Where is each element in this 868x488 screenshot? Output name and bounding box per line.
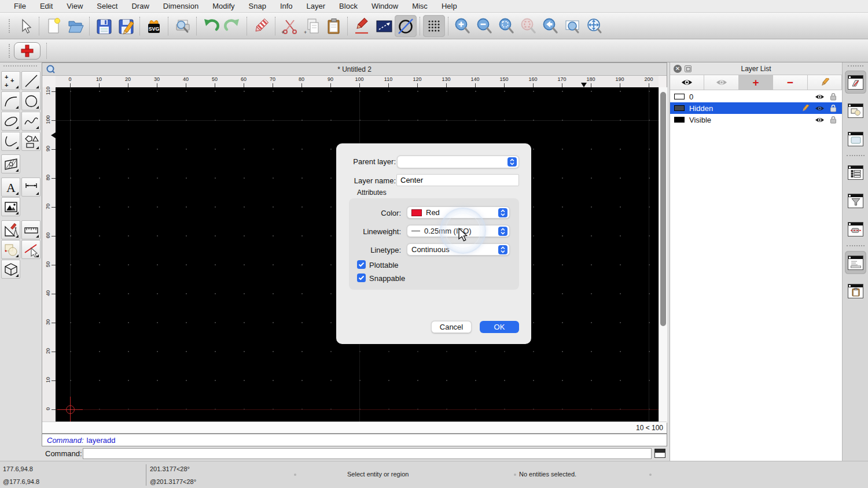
command-dock-toggle-icon[interactable] — [654, 449, 665, 458]
draft-mode-button[interactable] — [395, 15, 417, 37]
tool-draw-tools-button[interactable] — [1, 220, 20, 239]
command-input[interactable] — [83, 448, 652, 459]
canvas-scrollbar[interactable] — [659, 87, 667, 423]
menu-file[interactable]: File — [7, 2, 33, 10]
save-as-button[interactable] — [115, 15, 137, 37]
tool-snap-button[interactable] — [21, 240, 41, 259]
snappable-checkbox[interactable] — [357, 273, 366, 282]
add-layer-button[interactable]: + — [739, 75, 773, 90]
tool-shapes-button[interactable] — [21, 132, 41, 151]
tool-modify-button[interactable] — [1, 240, 20, 259]
grid-toggle-button[interactable] — [423, 15, 445, 37]
zoom-out-icon — [476, 17, 493, 35]
tool-image-button[interactable] — [1, 197, 20, 216]
selection-pointer-button[interactable] — [14, 15, 36, 37]
layer-row-hidden[interactable]: Hidden — [670, 102, 842, 114]
tool-ellipses-button[interactable] — [1, 112, 20, 131]
ok-button[interactable]: OK — [480, 321, 519, 333]
scrollbar-thumb[interactable] — [660, 92, 666, 326]
layer-visible-icon[interactable] — [815, 117, 825, 123]
dock-selection-filter-button[interactable] — [845, 189, 866, 212]
dock-pen-palette-button[interactable] — [845, 217, 866, 241]
new-document-button[interactable] — [42, 15, 64, 37]
close-icon[interactable]: ✕ — [674, 65, 682, 73]
layer-row-0[interactable]: 0 — [670, 91, 842, 102]
dock-layer-properties-button[interactable] — [845, 71, 866, 94]
menu-info[interactable]: Info — [273, 2, 300, 10]
zoom-window-button[interactable] — [561, 15, 583, 37]
meta-grid-line — [70, 87, 71, 423]
zoom-in-button[interactable] — [451, 15, 473, 37]
palette-drag-handle[interactable] — [3, 65, 37, 66]
tool-polylines-button[interactable] — [1, 132, 20, 151]
dock-block-list-button[interactable] — [845, 99, 866, 122]
layer-visible-icon[interactable] — [815, 105, 825, 112]
menu-layer[interactable]: Layer — [300, 2, 333, 10]
zoom-out-button[interactable] — [473, 15, 495, 37]
dock-layer-list-button[interactable] — [845, 161, 866, 184]
tool-hatch-button[interactable] — [1, 154, 20, 173]
cancel-button[interactable]: Cancel — [431, 321, 472, 333]
remove-layer-button[interactable]: − — [773, 75, 807, 90]
undo-button[interactable] — [200, 15, 222, 37]
tool-solids-button[interactable] — [1, 260, 20, 279]
delete-eraser-button[interactable] — [250, 15, 272, 37]
layer-lock-icon[interactable] — [830, 93, 837, 101]
distance-button[interactable] — [373, 15, 395, 37]
cut-button[interactable]: + — [278, 15, 300, 37]
tool-arcs-button[interactable] — [1, 91, 20, 110]
tool-dimensions-button[interactable] — [21, 178, 41, 197]
layer-visible-icon[interactable] — [815, 94, 825, 100]
layer-edit-pencil-icon[interactable] — [801, 105, 810, 112]
add-layer-button[interactable] — [14, 42, 41, 60]
document-titlebar[interactable]: * Untitled 2 — [42, 63, 667, 76]
tool-measure-button[interactable] — [21, 220, 41, 239]
menu-draw[interactable]: Draw — [124, 2, 156, 10]
hide-all-layers-button[interactable] — [704, 75, 738, 90]
menu-modify[interactable]: Modify — [205, 2, 241, 10]
float-panel-icon[interactable] — [685, 65, 692, 72]
redo-button[interactable] — [222, 15, 244, 37]
paste-button[interactable] — [322, 15, 344, 37]
tool-circles-button[interactable] — [21, 91, 41, 110]
menu-snap[interactable]: Snap — [242, 2, 273, 10]
draw-pencil-button[interactable] — [351, 15, 373, 37]
menu-view[interactable]: View — [60, 2, 90, 10]
tool-points-button[interactable]: +++ — [1, 71, 20, 90]
menu-edit[interactable]: Edit — [33, 2, 60, 10]
toolbar-drag-handle[interactable] — [9, 19, 10, 33]
relative-polar-coordinate: @201.3177<28° — [150, 478, 196, 485]
layer-lock-icon[interactable] — [830, 104, 837, 112]
export-svg-button[interactable]: SVG — [143, 15, 165, 37]
toolbar-drag-handle[interactable] — [9, 44, 10, 58]
menu-block[interactable]: Block — [332, 2, 365, 10]
tool-lines-button[interactable] — [21, 71, 41, 90]
zoom-previous-button[interactable] — [539, 15, 561, 37]
save-button[interactable] — [93, 15, 115, 37]
dock-clipboard-button[interactable] — [845, 279, 866, 302]
plottable-checkbox[interactable] — [357, 260, 366, 269]
print-preview-button[interactable] — [171, 15, 193, 37]
zoom-select-button[interactable] — [517, 15, 539, 37]
menu-misc[interactable]: Misc — [405, 2, 435, 10]
copy-button[interactable]: + — [300, 15, 322, 37]
tool-splines-button[interactable] — [21, 112, 41, 131]
layer-row-visible[interactable]: Visible — [670, 114, 842, 125]
dock-library-browser-button[interactable] — [845, 127, 866, 150]
absolute-polar-coordinate: 201.3177<28° — [150, 465, 190, 472]
tool-text-button[interactable]: A — [1, 178, 20, 197]
dock-drag-handle[interactable] — [848, 65, 863, 66]
menu-select[interactable]: Select — [90, 2, 124, 10]
dock-command-line-button[interactable] — [845, 251, 866, 274]
zoom-pan-button[interactable] — [583, 15, 605, 37]
open-file-button[interactable] — [64, 15, 86, 37]
show-all-layers-button[interactable] — [670, 75, 704, 90]
menu-dimension[interactable]: Dimension — [156, 2, 205, 10]
zoom-auto-button[interactable] — [495, 15, 517, 37]
menu-help[interactable]: Help — [435, 2, 464, 10]
modify-layer-button[interactable] — [808, 75, 842, 90]
menu-window[interactable]: Window — [365, 2, 405, 10]
layer-lock-icon[interactable] — [830, 116, 837, 124]
layer-name-input[interactable] — [396, 174, 519, 186]
parent-layer-select[interactable] — [397, 156, 519, 168]
